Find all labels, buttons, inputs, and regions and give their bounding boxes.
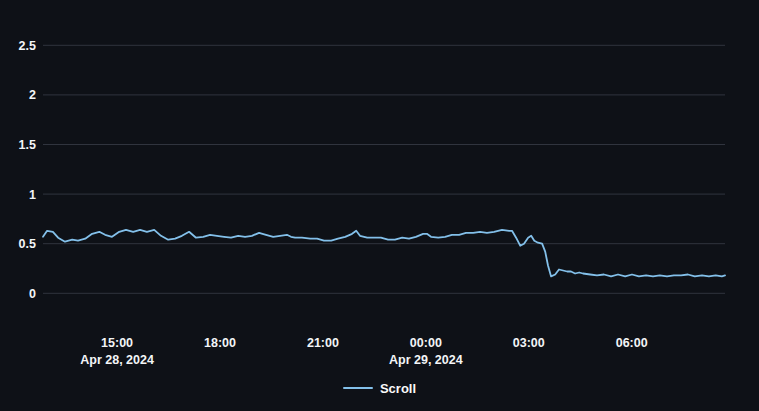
line-chart-panel: 00.511.522.5 15:0018:0021:0000:0003:0006… [0,0,759,411]
x-date-label: Apr 28, 2024 [80,353,154,367]
x-tick-label: 00:00 [410,336,442,350]
x-axis: 15:0018:0021:0000:0003:0006:00Apr 28, 20… [80,336,647,367]
legend: Scroll [0,378,759,398]
chart-canvas[interactable]: 00.511.522.5 15:0018:0021:0000:0003:0006… [0,0,759,411]
y-tick-label: 1 [29,188,36,202]
y-tick-label: 2.5 [19,39,36,53]
x-tick-label: 06:00 [616,336,648,350]
x-tick-label: 03:00 [513,336,545,350]
legend-label-scroll[interactable]: Scroll [380,382,416,395]
y-tick-label: 1.5 [19,138,36,152]
y-tick-label: 0.5 [19,237,36,251]
x-tick-label: 18:00 [204,336,236,350]
y-axis: 00.511.522.5 [19,39,36,301]
legend-line-swatch-scroll [343,387,373,390]
y-tick-label: 0 [29,287,36,301]
y-tick-label: 2 [29,88,36,102]
plot-area[interactable] [43,10,725,294]
x-tick-label: 15:00 [101,336,133,350]
x-date-label: Apr 29, 2024 [389,353,463,367]
x-tick-label: 21:00 [307,336,339,350]
